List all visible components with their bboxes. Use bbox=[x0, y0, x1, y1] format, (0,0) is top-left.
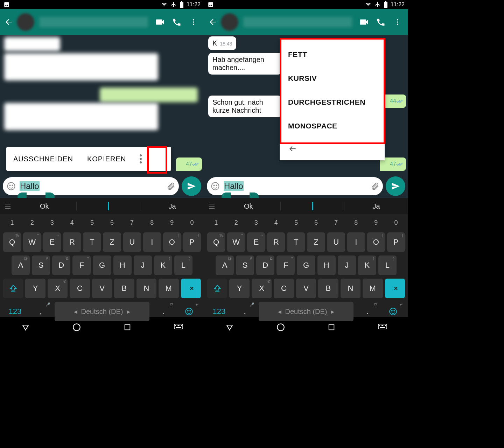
message-bubble[interactable]: K 18:43 bbox=[208, 36, 236, 50]
nav-home[interactable] bbox=[71, 322, 82, 332]
send-button[interactable] bbox=[386, 176, 405, 196]
video-call-button[interactable] bbox=[357, 15, 371, 29]
key-L[interactable]: L) bbox=[378, 255, 397, 275]
message-input[interactable]: Hallo bbox=[3, 177, 179, 195]
key-V[interactable]: V bbox=[296, 279, 316, 298]
message-bubble[interactable]: Hab angefangen machen.... bbox=[208, 53, 282, 75]
format-mono[interactable]: MONOSPACE bbox=[280, 114, 385, 138]
key-0[interactable]: 0 bbox=[183, 216, 201, 229]
emoji-icon[interactable] bbox=[6, 181, 16, 191]
suggestion-2[interactable]: Ja bbox=[140, 202, 204, 210]
nav-keyboard[interactable] bbox=[173, 322, 184, 332]
key-X[interactable]: X€ bbox=[252, 279, 272, 298]
message-input[interactable]: Hallo bbox=[207, 177, 383, 195]
key-0[interactable]: 0 bbox=[387, 216, 405, 229]
key-F[interactable]: F* bbox=[72, 255, 91, 275]
nav-back[interactable] bbox=[224, 322, 235, 332]
suggestion-1[interactable]: Ok bbox=[217, 202, 280, 210]
key-N[interactable]: N bbox=[136, 279, 156, 298]
key-Q[interactable]: Q% bbox=[207, 232, 225, 252]
key-B[interactable]: B bbox=[318, 279, 338, 298]
key-4[interactable]: 4 bbox=[63, 216, 81, 229]
key-Z[interactable]: Z bbox=[307, 232, 325, 252]
suggestion-cursor[interactable] bbox=[77, 202, 140, 210]
key-2[interactable]: 2 bbox=[23, 216, 41, 229]
key-J[interactable]: J bbox=[338, 255, 356, 275]
key-W[interactable]: W^ bbox=[23, 232, 41, 252]
selection-handle-left[interactable] bbox=[222, 192, 231, 198]
format-bold[interactable]: FETT bbox=[280, 43, 385, 66]
key-G[interactable]: G bbox=[297, 255, 315, 275]
key-U[interactable]: U bbox=[327, 232, 345, 252]
key-W[interactable]: W^ bbox=[227, 232, 245, 252]
key-7[interactable]: 7 bbox=[123, 216, 141, 229]
suggestions-menu-icon[interactable] bbox=[0, 204, 13, 209]
key-9[interactable]: 9 bbox=[163, 216, 181, 229]
key-I[interactable]: I bbox=[143, 232, 161, 252]
backspace-key[interactable] bbox=[385, 279, 405, 298]
key-I[interactable]: I bbox=[347, 232, 365, 252]
selection-handle-left[interactable] bbox=[18, 192, 27, 198]
key-D[interactable]: D& bbox=[256, 255, 274, 275]
key-C[interactable]: C bbox=[274, 279, 294, 298]
key-6[interactable]: 6 bbox=[103, 216, 121, 229]
key-Q[interactable]: Q% bbox=[3, 232, 21, 252]
period-key[interactable]: !?. bbox=[152, 302, 175, 321]
key-5[interactable]: 5 bbox=[83, 216, 101, 229]
voice-call-button[interactable] bbox=[170, 15, 184, 29]
key-R[interactable]: R bbox=[267, 232, 285, 252]
suggestion-cursor[interactable] bbox=[281, 202, 344, 210]
avatar[interactable] bbox=[17, 13, 34, 31]
space-key[interactable]: ◂Deutsch (DE)▸ bbox=[55, 302, 149, 321]
key-A[interactable]: A@ bbox=[216, 255, 234, 275]
avatar[interactable] bbox=[221, 13, 238, 31]
key-D[interactable]: D& bbox=[52, 255, 70, 275]
key-P[interactable]: P] bbox=[387, 232, 405, 252]
format-italic[interactable]: KURSIV bbox=[280, 66, 385, 90]
key-T[interactable]: T bbox=[287, 232, 305, 252]
key-N[interactable]: N bbox=[341, 279, 360, 298]
key-K[interactable]: K( bbox=[358, 255, 376, 275]
key-1[interactable]: 1 bbox=[207, 216, 225, 229]
attachment-icon[interactable] bbox=[166, 182, 175, 191]
key-S[interactable]: S# bbox=[236, 255, 254, 275]
key-S[interactable]: S# bbox=[32, 255, 50, 275]
contact-name[interactable] bbox=[39, 17, 148, 27]
copy-action[interactable]: KOPIEREN bbox=[80, 155, 133, 163]
nav-home[interactable] bbox=[275, 322, 286, 332]
backspace-key[interactable] bbox=[181, 279, 201, 298]
key-X[interactable]: X€ bbox=[48, 279, 68, 298]
video-call-button[interactable] bbox=[153, 15, 167, 29]
key-5[interactable]: 5 bbox=[287, 216, 305, 229]
emoji-key[interactable]: ↵ bbox=[381, 302, 405, 321]
comma-key[interactable]: 🎤, bbox=[233, 302, 257, 321]
format-menu-back[interactable] bbox=[280, 138, 385, 157]
key-E[interactable]: E~ bbox=[247, 232, 265, 252]
key-L[interactable]: L) bbox=[174, 255, 192, 275]
key-7[interactable]: 7 bbox=[327, 216, 345, 229]
cut-action[interactable]: AUSSCHNEIDEN bbox=[6, 155, 80, 163]
key-P[interactable]: P] bbox=[183, 232, 201, 252]
key-H[interactable]: H bbox=[317, 255, 336, 275]
key-Y[interactable]: Y bbox=[25, 279, 45, 298]
numbers-key[interactable]: 123 bbox=[3, 302, 27, 321]
key-H[interactable]: H bbox=[113, 255, 132, 275]
key-O[interactable]: O[ bbox=[163, 232, 181, 252]
more-actions-button[interactable] bbox=[133, 154, 148, 163]
key-Z[interactable]: Z bbox=[103, 232, 121, 252]
key-G[interactable]: G bbox=[93, 255, 111, 275]
key-T[interactable]: T bbox=[83, 232, 101, 252]
more-menu-button[interactable] bbox=[187, 15, 201, 29]
comma-key[interactable]: 🎤, bbox=[29, 302, 53, 321]
selection-handle-right[interactable] bbox=[250, 192, 259, 198]
voice-call-button[interactable] bbox=[374, 15, 388, 29]
key-U[interactable]: U bbox=[123, 232, 141, 252]
key-C[interactable]: C bbox=[70, 279, 90, 298]
key-V[interactable]: V bbox=[92, 279, 112, 298]
nav-recent[interactable] bbox=[122, 322, 133, 332]
key-3[interactable]: 3 bbox=[247, 216, 265, 229]
key-J[interactable]: J bbox=[134, 255, 152, 275]
key-O[interactable]: O[ bbox=[367, 232, 385, 252]
message-bubble[interactable]: Schon gut, näch kurze Nachricht bbox=[208, 96, 282, 117]
emoji-key[interactable]: ↵ bbox=[177, 302, 201, 321]
